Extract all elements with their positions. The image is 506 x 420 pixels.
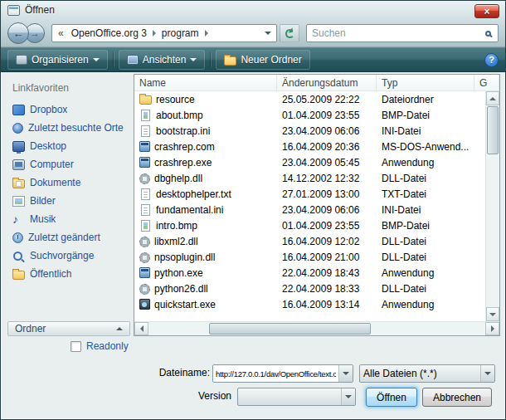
filename-combobox[interactable] bbox=[212, 364, 353, 383]
horizontal-scrollbar[interactable] bbox=[134, 321, 499, 335]
back-button[interactable] bbox=[7, 22, 29, 44]
sidebar-item-label: Öffentlich bbox=[30, 268, 71, 280]
file-row-bootstrap-ini[interactable]: bootstrap.ini23.04.2009 06:06INI-Datei bbox=[134, 123, 485, 139]
new-folder-button[interactable]: Neuer Ordner bbox=[216, 50, 309, 70]
dll-file-icon bbox=[139, 173, 150, 184]
horizontal-scroll-thumb[interactable] bbox=[209, 323, 371, 335]
sidebar-item-musik[interactable]: Musik bbox=[7, 210, 134, 228]
titlebar[interactable]: Öffnen bbox=[1, 1, 505, 19]
file-row-crashrep-com[interactable]: crashrep.com16.04.2009 20:36MS-DOS-Anwen… bbox=[134, 139, 485, 154]
file-row-python26-dll[interactable]: python26.dll22.04.2009 18:33DLL-Datei bbox=[134, 281, 485, 296]
file-name: fundamental.ini bbox=[156, 204, 223, 216]
file-row-resource[interactable]: resource25.05.2009 22:22Dateiordner bbox=[134, 91, 485, 107]
file-row-desktophelper-txt[interactable]: desktophelper.txt27.01.2009 13:00TXT-Dat… bbox=[134, 186, 485, 202]
window-chrome: Öffnen « OpenOffice.org 3 program bbox=[1, 1, 505, 47]
help-button[interactable] bbox=[484, 53, 499, 67]
file-name-cell: about.bmp bbox=[134, 110, 277, 121]
sidebar-item-zuletzt-besuchte-orte[interactable]: Zuletzt besuchte Orte bbox=[7, 119, 134, 137]
searches-icon bbox=[12, 251, 25, 261]
vertical-scrollbar[interactable] bbox=[485, 91, 499, 321]
sidebar-item-label: Bilder bbox=[30, 195, 56, 207]
breadcrumb-collapsed-chevron[interactable]: « bbox=[55, 27, 67, 39]
organize-label: Organisieren bbox=[32, 54, 89, 66]
vertical-scroll-thumb[interactable] bbox=[487, 106, 499, 154]
sidebar-item-suchvorgaenge[interactable]: Suchvorgänge bbox=[7, 247, 134, 265]
file-row-about-bmp[interactable]: about.bmp01.04.2009 23:55BMP-Datei bbox=[134, 107, 485, 123]
file-row-crashrep-exe[interactable]: crashrep.exe23.04.2009 05:45Anwendung bbox=[134, 154, 485, 170]
breadcrumb-separator-icon[interactable] bbox=[153, 30, 156, 37]
file-name-cell: crashrep.exe bbox=[134, 157, 277, 168]
organize-icon bbox=[16, 55, 27, 65]
breadcrumb-item-program[interactable]: program bbox=[158, 27, 203, 39]
refresh-button[interactable] bbox=[280, 24, 299, 42]
organize-button[interactable]: Organisieren bbox=[7, 50, 108, 70]
filename-dropdown-button[interactable] bbox=[338, 365, 353, 382]
column-header-type[interactable]: Typ bbox=[377, 75, 474, 90]
file-row-dbghelp-dll[interactable]: dbghelp.dll14.12.2002 12:32DLL-Datei bbox=[134, 170, 485, 186]
toolbar-separator bbox=[210, 52, 211, 67]
file-row-intro-bmp[interactable]: intro.bmp01.04.2009 23:55BMP-Datei bbox=[134, 217, 485, 233]
file-row-fundamental-ini[interactable]: fundamental.ini23.04.2009 06:06INI-Datei bbox=[134, 202, 485, 217]
file-row-quickstart-exe[interactable]: quickstart.exe16.04.2009 13:14Anwendung bbox=[134, 296, 485, 312]
scroll-up-button[interactable] bbox=[486, 91, 499, 105]
open-button[interactable]: Öffnen bbox=[366, 388, 417, 407]
breadcrumb[interactable]: « OpenOffice.org 3 program bbox=[51, 24, 277, 42]
app-file-icon bbox=[139, 157, 150, 168]
toolbar-separator bbox=[113, 52, 114, 67]
scroll-left-button[interactable] bbox=[134, 322, 148, 335]
sidebar-item-desktop[interactable]: Desktop bbox=[7, 137, 134, 155]
sidebar-item-computer[interactable]: Computer bbox=[7, 155, 134, 173]
cancel-button[interactable]: Abbrechen bbox=[422, 388, 492, 407]
sidebar-item-dropbox[interactable]: Dropbox bbox=[7, 100, 134, 119]
scroll-down-button[interactable] bbox=[486, 307, 499, 321]
scroll-right-button[interactable] bbox=[485, 322, 499, 335]
chevron-up-icon bbox=[116, 327, 123, 330]
folders-expander[interactable]: Ordner bbox=[7, 321, 130, 336]
version-dropdown-button[interactable] bbox=[341, 388, 355, 405]
file-date-modified: 14.12.2002 12:32 bbox=[277, 173, 377, 184]
file-name-cell: resource bbox=[134, 94, 277, 105]
sidebar-item-oeffentlich[interactable]: Öffentlich bbox=[7, 265, 134, 283]
version-label: Version bbox=[125, 390, 231, 402]
file-date-modified: 01.04.2009 23:55 bbox=[277, 110, 377, 121]
column-header-date-modified[interactable]: Änderungsdatum bbox=[277, 75, 377, 90]
documents-icon bbox=[12, 179, 25, 188]
column-header-size[interactable]: G bbox=[474, 75, 499, 90]
ini-file-icon bbox=[141, 204, 150, 216]
sidebar: Linkfavoriten DropboxZuletzt besuchte Or… bbox=[7, 74, 134, 336]
search-input[interactable] bbox=[312, 27, 485, 39]
folder-file-icon bbox=[139, 95, 152, 105]
cancel-button-label: Abbrechen bbox=[433, 392, 481, 403]
file-name: resource bbox=[156, 94, 195, 105]
dll-file-icon bbox=[139, 284, 150, 295]
file-name-cell: crashrep.com bbox=[134, 141, 277, 153]
file-row-python-exe[interactable]: python.exe22.04.2009 18:43Anwendung bbox=[134, 265, 485, 281]
column-header-name[interactable]: Name bbox=[134, 75, 277, 90]
sidebar-item-bilder[interactable]: Bilder bbox=[7, 192, 134, 210]
breadcrumb-item-openoffice[interactable]: OpenOffice.org 3 bbox=[67, 27, 151, 39]
search-box[interactable] bbox=[306, 24, 499, 42]
filename-input[interactable] bbox=[213, 369, 338, 378]
sidebar-item-zuletzt-geaendert[interactable]: Zuletzt geändert bbox=[7, 228, 134, 247]
version-combobox[interactable] bbox=[237, 388, 356, 406]
file-row-npsoplugin-dll[interactable]: npsoplugin.dll16.04.2009 21:00DLL-Datei bbox=[134, 249, 485, 265]
close-icon bbox=[484, 7, 489, 17]
close-button[interactable] bbox=[474, 4, 499, 18]
app-quickstart-file-icon bbox=[139, 299, 150, 310]
breadcrumb-separator-icon[interactable] bbox=[205, 30, 208, 37]
file-row-libxml2-dll[interactable]: libxml2.dll16.04.2009 12:02DLL-Datei bbox=[134, 233, 485, 249]
search-icon[interactable] bbox=[485, 31, 491, 37]
file-name: intro.bmp bbox=[156, 220, 197, 232]
address-history-dropdown[interactable] bbox=[262, 32, 274, 35]
computer-icon bbox=[12, 159, 25, 170]
sidebar-item-label: Zuletzt geändert bbox=[28, 232, 100, 243]
filetype-combobox[interactable]: Alle Dateien (*.*) bbox=[359, 364, 495, 383]
file-name-cell: npsoplugin.dll bbox=[134, 252, 277, 263]
file-name-cell: python26.dll bbox=[134, 283, 277, 295]
views-button[interactable]: Ansichten bbox=[119, 50, 206, 70]
sidebar-item-dokumente[interactable]: Dokumente bbox=[7, 173, 134, 192]
readonly-checkbox[interactable] bbox=[71, 341, 81, 352]
filetype-dropdown-button[interactable] bbox=[480, 365, 494, 382]
file-name: dbghelp.dll bbox=[154, 173, 202, 184]
refresh-icon bbox=[285, 29, 294, 38]
